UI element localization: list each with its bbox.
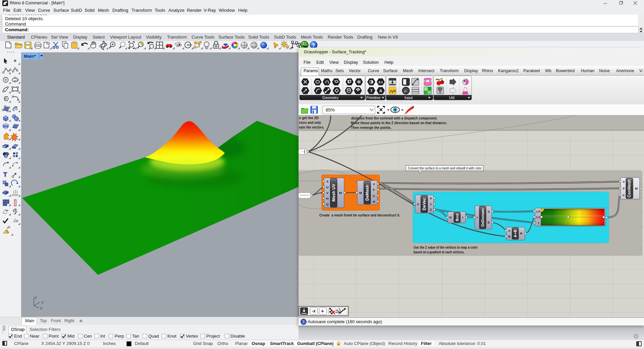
svg-text:z: z [35, 295, 37, 299]
svg-text:M: M [635, 187, 638, 190]
svg-text:Input: Input [405, 96, 413, 100]
svg-text:Primitive: Primitive [366, 96, 380, 100]
svg-text:H: H [326, 197, 329, 200]
svg-text:V: V [373, 182, 375, 186]
svg-text:Z: Z [430, 208, 432, 211]
svg-text:B: B [508, 235, 511, 238]
svg-text:C: C [623, 193, 625, 197]
svg-text:L1: L1 [536, 215, 540, 219]
svg-text:7: 7 [370, 89, 373, 93]
svg-text:y: y [42, 300, 44, 304]
svg-text:based on a gradient to each ve: based on a gradient to each vertices. [414, 250, 465, 254]
svg-text:Y: Y [430, 202, 432, 206]
svg-text:!: ! [303, 320, 304, 324]
svg-text:distance from the centroid wit: distance from the centroid with a dispat… [351, 116, 437, 120]
svg-text:A: A [508, 229, 511, 233]
svg-text:DeDomain: DeDomain [481, 208, 485, 227]
svg-text:V: V [417, 202, 419, 206]
svg-text:A+B: A+B [513, 230, 517, 237]
svg-text:V: V [326, 191, 329, 195]
svg-text:Util: Util [449, 96, 454, 100]
svg-text:Use the Z value of the vertice: Use the Z value of the vertices to map a… [414, 245, 478, 249]
svg-text:T: T [3, 171, 7, 178]
svg-text:R: R [520, 232, 523, 235]
svg-text:85%: 85% [326, 107, 335, 112]
svg-text:F: F [373, 188, 375, 192]
svg-text:ctors and only: ctors and only [299, 120, 321, 124]
svg-text:I: I [477, 215, 478, 219]
svg-text:Geometry: Geometry [322, 96, 339, 100]
svg-text:V: V [623, 180, 625, 184]
svg-text:+: + [321, 308, 324, 314]
svg-text:X: X [430, 196, 432, 200]
svg-text:?: ? [312, 42, 315, 48]
svg-text:DeVec: DeVec [422, 198, 427, 210]
svg-text:U: U [326, 185, 329, 189]
svg-text:Bnd: Bnd [455, 214, 459, 221]
svg-text:E: E [488, 220, 490, 224]
svg-text:Create a mesh fromt he surfac: Create a mesh fromt he surface and decon… [319, 213, 400, 217]
svg-text:x: x [40, 306, 42, 310]
svg-text:M: M [359, 191, 362, 195]
svg-text:I: I [462, 215, 463, 219]
svg-text:S: S [488, 210, 490, 213]
svg-text:ConMesh: ConMesh [627, 179, 632, 197]
svg-text:S: S [326, 180, 328, 183]
svg-text:Q: Q [326, 202, 328, 206]
svg-text:Then remerge the points.: Then remerge the points. [351, 126, 391, 130]
svg-text:DeMesh: DeMesh [365, 185, 370, 201]
svg-text:Move those points in the Z dir: Move those points in the Z direction bas… [351, 121, 447, 125]
svg-text:N: N [449, 215, 452, 219]
svg-text:o get the 2D: o get the 2D [299, 116, 319, 120]
svg-text:M: M [339, 191, 342, 195]
svg-text:0.1: 0.1 [379, 81, 383, 84]
svg-text:C: C [373, 194, 375, 198]
svg-text:A: A [379, 89, 382, 93]
svg-text:L0: L0 [536, 209, 540, 213]
svg-text:-x: -x [312, 309, 316, 313]
svg-text:Convert the surface to a mesh: Convert the surface to a mesh and rebuid… [408, 166, 482, 170]
svg-text:eate the vectors.: eate the vectors. [299, 125, 324, 129]
svg-text:Mesh UV: Mesh UV [331, 184, 336, 201]
svg-text:F: F [623, 187, 625, 190]
svg-text:Main*: Main* [24, 54, 36, 59]
svg-text:N: N [373, 200, 375, 203]
